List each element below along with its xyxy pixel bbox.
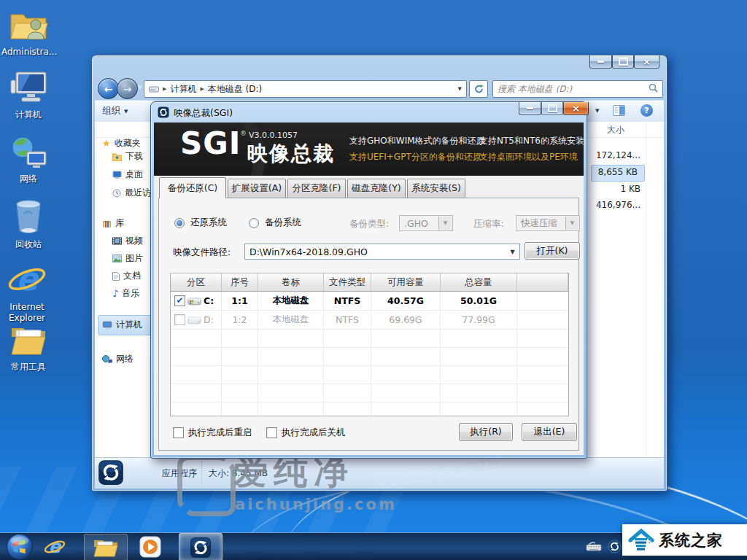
organize-button[interactable]: 组织 ▼ <box>102 105 128 117</box>
exit-button[interactable]: 退出(E) <box>522 423 577 441</box>
col-free[interactable]: 可用容量 <box>371 273 441 291</box>
document-icon <box>112 272 120 281</box>
forward-button[interactable]: → <box>117 78 138 99</box>
sidebar-item-videos[interactable]: 视频 <box>112 235 143 247</box>
sidebar-item-computer[interactable]: 计算机 <box>102 319 142 331</box>
image-path-combobox[interactable]: D:\Win7x64-2018.09.GHO ▼ <box>244 244 520 260</box>
desktop-icon-computer[interactable]: 计算机 <box>1 70 55 120</box>
tab-backup-restore[interactable]: 备份还原(C) <box>159 177 226 198</box>
open-button[interactable]: 打开(K) <box>525 242 580 260</box>
desktop-icon-administrator[interactable]: Administra... <box>1 9 55 58</box>
refresh-button[interactable] <box>469 80 488 98</box>
tray-sgi-icon[interactable] <box>608 540 622 556</box>
chevron-down-icon: ▼ <box>124 109 128 114</box>
more-options-button[interactable]: ▼ <box>595 108 599 114</box>
picture-icon <box>112 254 122 262</box>
col-volume[interactable]: 卷标 <box>258 273 324 291</box>
refresh-icon <box>473 84 484 94</box>
partition-checkbox-checked[interactable]: ✔ <box>174 295 185 306</box>
maximize-button[interactable] <box>612 55 634 69</box>
col-partition[interactable]: 分区 <box>171 273 222 291</box>
desktop-icon-label: 常用工具 <box>1 362 55 373</box>
sidebar-item-libraries[interactable]: 库 <box>102 217 124 230</box>
desktop-icon-label: 回收站 <box>1 239 55 250</box>
sidebar-item-desktop[interactable]: 桌面 <box>112 168 143 181</box>
dialog-title: 映像总裁(SGI) <box>174 107 233 120</box>
desktop-icon-tools-folder[interactable]: 常用工具 <box>1 324 55 373</box>
chevron-down-icon: ▼ <box>595 108 599 114</box>
col-total[interactable]: 总容量 <box>441 273 517 291</box>
search-placeholder: 搜索 本地磁盘 (D:) <box>498 83 572 96</box>
table-row-d[interactable]: D: 1:2 本地磁盘 NTFS 69.69G 77.99G <box>171 311 568 330</box>
backup-system-option[interactable]: 备份系统 <box>249 217 301 229</box>
col-index[interactable]: 序号 <box>222 273 258 291</box>
sgi-logo-text: SGI <box>180 128 241 159</box>
search-icon <box>649 83 658 95</box>
sidebar-item-favorites[interactable]: ★收藏夹 <box>102 137 141 149</box>
minimize-button[interactable] <box>589 55 612 69</box>
sidebar-item-pictures[interactable]: 图片 <box>112 252 143 265</box>
close-button[interactable]: × <box>634 55 659 69</box>
svg-text:e: e <box>49 536 62 557</box>
restart-after-checkbox[interactable]: 执行完成后重启 <box>173 427 252 439</box>
empty-table-row <box>171 348 568 366</box>
size-column-header[interactable]: 大小 <box>607 124 624 136</box>
back-button[interactable]: ← <box>98 78 119 99</box>
desktop-icon-recycle-bin[interactable]: 回收站 <box>1 198 55 250</box>
checkbox-unchecked <box>173 427 184 438</box>
breadcrumb-computer[interactable]: 计算机 <box>170 83 196 96</box>
search-input[interactable]: 搜索 本地磁盘 (D:) <box>492 80 663 98</box>
checkbox-unchecked <box>266 427 277 438</box>
minimize-icon <box>527 107 533 109</box>
dialog-close-button[interactable]: × <box>563 102 589 115</box>
empty-table-row <box>171 330 568 348</box>
keyboard-icon <box>586 542 602 552</box>
library-icon <box>102 219 112 228</box>
address-bar[interactable]: ▶ 计算机 ▶ 本地磁盘 (D:) ▼ <box>144 80 467 98</box>
watermark-site: aichunjing.com <box>235 496 397 513</box>
taskbar-sgi-button[interactable] <box>179 533 222 560</box>
explorer-window-controls: × <box>589 55 659 69</box>
recent-pages-dropdown[interactable]: ▼ <box>138 85 142 90</box>
svg-text:e: e <box>16 261 40 298</box>
system-disk-icon <box>187 296 201 306</box>
sidebar-item-documents[interactable]: 文档 <box>112 270 141 282</box>
shutdown-after-checkbox[interactable]: 执行完成后关机 <box>266 427 346 439</box>
desktop-icon-internet-explorer[interactable]: e Internet Explorer <box>0 261 54 324</box>
tab-extended-settings[interactable]: 扩展设置(A) <box>228 179 286 198</box>
taskbar-ie-button[interactable]: e <box>44 536 66 560</box>
partition-table: 分区 序号 卷标 文件类型 可用容量 总容量 ✔ C: 1:1 本地磁盘 NTF… <box>170 273 569 416</box>
compress-rate-label: 压缩率: <box>473 218 504 230</box>
breadcrumb-separator-icon: ▶ <box>200 86 204 92</box>
partition-checkbox-unchecked[interactable] <box>174 314 185 325</box>
taskbar-wmp-button[interactable] <box>139 535 162 560</box>
table-row-c[interactable]: ✔ C: 1:1 本地磁盘 NTFS 40.57G 50.01G <box>171 292 568 311</box>
sgi-app-icon <box>190 537 212 559</box>
backup-type-label: 备份类型: <box>349 218 389 230</box>
desktop-icon-label: 计算机 <box>1 109 55 120</box>
dialog-minimize-button[interactable] <box>519 102 541 115</box>
help-button[interactable]: ? <box>640 104 653 117</box>
restore-system-option[interactable]: 还原系统 <box>174 217 227 229</box>
execute-button[interactable]: 执行(R) <box>459 423 513 441</box>
change-view-button[interactable] <box>613 105 625 119</box>
check-icon: ✔ <box>176 296 183 305</box>
tab-system-install[interactable]: 系统安装(S) <box>407 179 465 198</box>
film-icon <box>112 237 122 245</box>
desktop-icon-network[interactable]: 网络 <box>1 136 55 184</box>
tab-disk-clone[interactable]: 磁盘克隆(Y) <box>347 179 406 198</box>
sidebar-item-network[interactable]: 网络 <box>102 353 133 365</box>
help-icon: ? <box>644 106 649 115</box>
col-fs[interactable]: 文件类型 <box>324 273 371 291</box>
taskbar-explorer-button[interactable] <box>84 534 128 560</box>
dialog-maximize-button[interactable] <box>541 102 563 115</box>
tab-partition-clone[interactable]: 分区克隆(F) <box>287 179 346 198</box>
sidebar-item-downloads[interactable]: 下载 <box>112 150 143 163</box>
address-dropdown-icon[interactable]: ▼ <box>458 86 462 92</box>
breadcrumb-local-disk-d[interactable]: 本地磁盘 (D:) <box>208 83 262 96</box>
start-button[interactable] <box>6 533 34 560</box>
organize-label: 组织 <box>102 105 120 117</box>
sidebar-item-music[interactable]: ♪音乐 <box>112 287 139 300</box>
table-header-row: 分区 序号 卷标 文件类型 可用容量 总容量 <box>171 273 568 292</box>
tray-keyboard-icon[interactable] <box>586 541 602 555</box>
